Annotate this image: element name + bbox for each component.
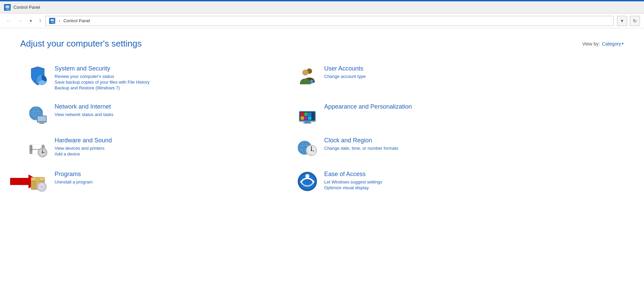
svg-rect-26 (301, 116, 304, 120)
page-title: Adjust your computer's settings (20, 38, 142, 49)
network-title[interactable]: Network and Internet (55, 103, 114, 110)
address-bar: ← → ▼ ↑ › Control Panel ▼ ↻ (0, 13, 644, 28)
svg-rect-2 (6, 8, 8, 9)
category-user-accounts[interactable]: User Accounts Change account type (290, 59, 559, 97)
user-accounts-link-1[interactable]: Change account type (324, 74, 366, 79)
svg-point-10 (302, 69, 308, 76)
appearance-text: Appearance and Personalization (324, 103, 412, 112)
svg-rect-7 (51, 22, 54, 23)
svg-point-59 (41, 186, 42, 188)
svg-point-62 (305, 174, 309, 178)
address-icon (49, 18, 55, 24)
ease-of-access-link-1[interactable]: Let Windows suggest settings (324, 179, 382, 184)
appearance-title[interactable]: Appearance and Personalization (324, 103, 412, 110)
view-by: View by: Category ▾ (582, 41, 624, 47)
svg-rect-23 (301, 113, 304, 116)
svg-rect-30 (303, 122, 311, 123)
title-bar: Control Panel (0, 1, 644, 13)
clock-text: Clock and Region Change date, time, or n… (324, 137, 398, 151)
programs-icon (27, 171, 49, 192)
svg-rect-5 (51, 19, 54, 21)
hardware-link-2[interactable]: Add a device (55, 151, 112, 156)
svg-rect-28 (308, 116, 311, 120)
svg-rect-6 (51, 22, 53, 22)
category-appearance[interactable]: Appearance and Personalization (290, 97, 559, 131)
network-link-1[interactable]: View network status and tasks (55, 112, 114, 117)
category-hardware[interactable]: Hardware and Sound View devices and prin… (20, 131, 290, 165)
hardware-title[interactable]: Hardware and Sound (55, 137, 112, 144)
ease-of-access-link-2[interactable]: Optimize visual display (324, 185, 382, 190)
appearance-icon (297, 103, 318, 125)
ease-of-access-title[interactable]: Ease of Access (324, 171, 382, 178)
clock-link-1[interactable]: Change date, time, or number formats (324, 146, 398, 151)
svg-rect-3 (6, 9, 9, 10)
header-row: Adjust your computer's settings View by:… (20, 38, 624, 49)
user-accounts-text: User Accounts Change account type (324, 65, 366, 80)
hardware-icon (27, 137, 49, 159)
programs-title[interactable]: Programs (55, 171, 93, 178)
title-bar-text: Control Panel (13, 5, 40, 10)
programs-link-1[interactable]: Uninstall a program (55, 179, 93, 184)
main-content: Adjust your computer's settings View by:… (0, 28, 644, 208)
category-clock[interactable]: Clock and Region Change date, time, or n… (290, 131, 559, 165)
category-programs[interactable]: Programs Uninstall a program (20, 165, 290, 198)
user-accounts-title[interactable]: User Accounts (324, 65, 366, 72)
network-text: Network and Internet View network status… (55, 103, 114, 118)
programs-text: Programs Uninstall a program (55, 171, 93, 185)
svg-rect-1 (6, 6, 9, 8)
back-button[interactable]: ← (4, 17, 13, 25)
category-ease-of-access[interactable]: Ease of Access Let Windows suggest setti… (290, 165, 559, 198)
category-network[interactable]: Network and Internet View network status… (20, 97, 290, 131)
categories-grid: System and Security Review your computer… (20, 59, 559, 198)
network-icon (27, 103, 49, 125)
hardware-text: Hardware and Sound View devices and prin… (55, 137, 112, 157)
system-security-link-2[interactable]: Save backup copies of your files with Fi… (55, 80, 150, 85)
clock-title[interactable]: Clock and Region (324, 137, 398, 144)
refresh-button[interactable]: ↻ (630, 16, 640, 26)
ease-of-access-text: Ease of Access Let Windows suggest setti… (324, 171, 382, 191)
system-security-link-3[interactable]: Backup and Restore (Windows 7) (55, 85, 150, 90)
address-input[interactable]: › Control Panel (45, 16, 614, 26)
hardware-link-1[interactable]: View devices and printers (55, 146, 112, 151)
svg-rect-19 (39, 123, 44, 124)
view-by-label: View by: (582, 41, 600, 47)
system-security-icon (27, 65, 49, 87)
address-dropdown-button[interactable]: ▼ (617, 16, 627, 26)
dropdown-arrow-nav[interactable]: ▼ (27, 18, 35, 24)
user-accounts-icon (297, 65, 318, 87)
category-system-security[interactable]: System and Security Review your computer… (20, 59, 290, 97)
svg-rect-25 (308, 113, 311, 116)
svg-rect-24 (304, 113, 308, 116)
window-accent-bar (0, 0, 644, 1)
view-by-dropdown[interactable]: Category ▾ (602, 41, 624, 47)
address-path: Control Panel (63, 18, 90, 23)
system-security-text: System and Security Review your computer… (55, 65, 150, 91)
ease-of-access-icon (297, 171, 318, 192)
clock-icon (297, 137, 318, 159)
svg-rect-27 (304, 116, 308, 120)
up-button[interactable]: ↑ (37, 17, 43, 25)
title-bar-icon (4, 4, 11, 11)
system-security-title[interactable]: System and Security (55, 65, 150, 72)
forward-button[interactable]: → (16, 17, 25, 25)
system-security-link-1[interactable]: Review your computer's status (55, 74, 150, 79)
svg-rect-17 (38, 116, 46, 121)
